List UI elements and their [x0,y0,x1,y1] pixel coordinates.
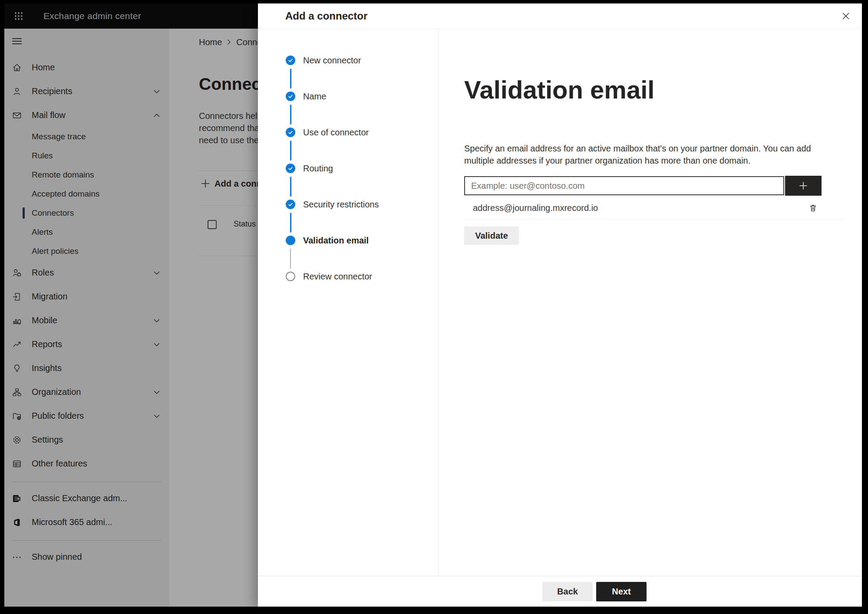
plus-icon [799,181,808,190]
step-completed-icon [286,128,295,137]
wizard-steps: New connector Name Use of connector Rout… [258,29,439,576]
step-current-icon [286,236,295,245]
add-connector-panel: Add a connector New connector Name [258,3,862,607]
panel-title: Add a connector [285,10,839,22]
step-connector-line [290,105,291,125]
app-window: Exchange admin center Home Recipients Ma… [4,3,862,607]
step-upcoming-icon [286,272,295,281]
step-label: Routing [303,164,333,200]
step-label: Use of connector [303,128,369,164]
email-input-row [464,176,845,196]
wizard-step-review-connector[interactable]: Review connector [286,272,438,308]
wizard-step-new-connector[interactable]: New connector [286,56,438,92]
panel-body: New connector Name Use of connector Rout… [258,29,862,576]
step-connector-line [290,213,291,233]
wizard-step-name[interactable]: Name [286,92,438,128]
step-heading: Validation email [464,76,845,104]
add-email-button[interactable] [785,176,822,196]
added-address-text: address@journaling.mxrecord.io [473,203,806,213]
step-connector-line [290,141,291,161]
step-completed-icon [286,164,295,173]
close-icon[interactable] [839,10,852,23]
step-completed-icon [286,56,295,65]
step-connector-line [290,69,291,89]
validation-email-input[interactable] [464,176,784,195]
step-description: Specify an email address for an active m… [464,142,845,167]
next-button[interactable]: Next [596,582,647,601]
step-label: New connector [303,56,361,92]
step-description-line: multiple addresses if your partner organ… [464,154,845,167]
wizard-step-use-of-connector[interactable]: Use of connector [286,128,438,164]
step-completed-icon [286,200,295,209]
screenshot-root: { "topbar": { "app_title": "Exchange adm… [0,0,868,614]
step-label: Validation email [303,236,369,272]
step-completed-icon [286,92,295,101]
added-address-row: address@journaling.mxrecord.io [464,197,845,220]
wizard-step-routing[interactable]: Routing [286,164,438,200]
step-label: Review connector [303,272,372,308]
wizard-step-security-restrictions[interactable]: Security restrictions [286,200,438,236]
validate-button[interactable]: Validate [464,227,519,245]
validation-email-step-content: Validation email Specify an email addres… [439,29,862,576]
wizard-step-validation-email[interactable]: Validation email [286,236,438,272]
delete-address-icon[interactable] [806,201,819,214]
back-button[interactable]: Back [542,582,593,601]
step-connector-line [290,249,291,269]
panel-header: Add a connector [258,3,862,29]
step-connector-line [290,177,291,197]
step-description-line: Specify an email address for an active m… [464,142,845,154]
step-label: Name [303,92,326,128]
step-label: Security restrictions [303,200,379,236]
panel-footer: Back Next [258,576,862,607]
